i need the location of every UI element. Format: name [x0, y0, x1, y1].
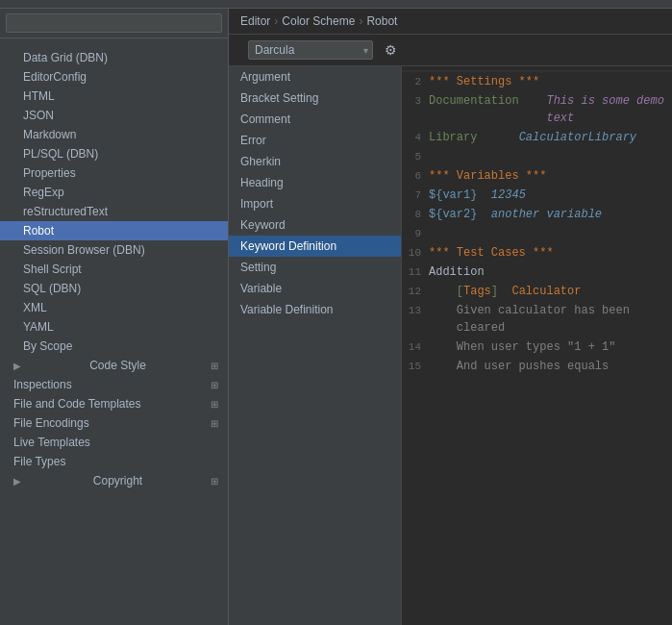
element-item-keyword-definition[interactable]: Keyword Definition: [229, 236, 401, 257]
code-var-val: another variable: [491, 206, 602, 223]
breadcrumb-color-scheme: Color Scheme: [282, 14, 355, 28]
sidebar-item-sql-dbn[interactable]: SQL (DBN): [0, 279, 228, 298]
element-item-argument[interactable]: Argument: [229, 66, 401, 88]
element-item-label: Heading: [240, 176, 284, 189]
line-num: 3: [402, 92, 429, 110]
code-tag-bracket2: ]: [491, 283, 498, 300]
line-num: 2: [402, 73, 429, 90]
sidebar-item-label: Session Browser (DBN): [23, 243, 145, 257]
code-line: 10 *** Test Cases ***: [402, 243, 672, 262]
sidebar-item-yaml[interactable]: YAML: [0, 317, 228, 337]
code-given: Given calculator has been cleared: [457, 302, 672, 337]
element-items-container: ArgumentBracket SettingCommentErrorGherk…: [229, 66, 401, 320]
element-item-label: Gherkin: [240, 155, 281, 168]
code-when: When user types "1 + 1": [457, 338, 616, 356]
scheme-select[interactable]: Darcula Default High Contrast: [248, 40, 373, 60]
sidebar-item-properties[interactable]: Properties: [0, 163, 228, 183]
sidebar-item-label: XML: [23, 301, 47, 314]
element-item-bracket-setting[interactable]: Bracket Setting: [229, 88, 401, 109]
sidebar-item-restructuredtext[interactable]: reStructuredText: [0, 202, 228, 221]
element-item-label: Setting: [240, 261, 276, 274]
element-item-import[interactable]: Import: [229, 193, 401, 214]
sidebar-item-file-encodings[interactable]: File Encodings⊞: [0, 413, 228, 433]
badge-icon: ⊞: [211, 399, 218, 410]
element-item-comment[interactable]: Comment: [229, 109, 401, 130]
sidebar-item-data-grid[interactable]: Data Grid (DBN): [0, 48, 228, 67]
element-item-label: Keyword: [240, 218, 286, 232]
sidebar-item-editorconfig[interactable]: EditorConfig: [0, 67, 228, 87]
element-item-keyword[interactable]: Keyword: [229, 214, 401, 236]
code-line: 15 And user pushes equals: [402, 357, 672, 376]
sidebar-item-markdown[interactable]: Markdown: [0, 125, 228, 144]
line-num: 11: [402, 263, 429, 281]
code-text: *** Settings ***: [429, 73, 539, 90]
sidebar-item-label: Code Style: [89, 359, 146, 372]
code-line: 14 When user types "1 + 1": [402, 338, 672, 357]
sidebar-item-label: Inspections: [13, 378, 72, 391]
element-item-label: Variable Definition: [240, 303, 334, 316]
arrow-icon: ▶: [13, 476, 21, 487]
sidebar-item-plsql[interactable]: PL/SQL (DBN): [0, 144, 228, 163]
sidebar-item-regexp[interactable]: RegExp: [0, 183, 228, 202]
content-area: ArgumentBracket SettingCommentErrorGherk…: [229, 66, 672, 625]
line-num: 14: [402, 338, 429, 356]
scheme-dropdown-wrapper: Darcula Default High Contrast: [248, 40, 373, 60]
code-var-val: 12345: [491, 187, 526, 204]
sidebar-item-label: File Types: [13, 455, 65, 468]
line-num: 8: [402, 206, 429, 223]
code-line: 3 Documentation This is some demo text: [402, 91, 672, 128]
sidebar-item-session-browser[interactable]: Session Browser (DBN): [0, 240, 228, 260]
element-item-variable-definition[interactable]: Variable Definition: [229, 299, 401, 320]
element-item-variable[interactable]: Variable: [229, 278, 401, 299]
sidebar-item-by-scope[interactable]: By Scope: [0, 337, 228, 356]
element-item-label: Error: [240, 134, 266, 147]
sidebar-items-container: Data Grid (DBN)EditorConfigHTMLJSONMarkd…: [0, 48, 228, 490]
sidebar-item-label: YAML: [23, 320, 54, 334]
line-num: 9: [402, 225, 429, 242]
gear-button[interactable]: ⚙: [381, 40, 401, 60]
line-num: 5: [402, 148, 429, 165]
code-tag-value: Calculator: [511, 283, 581, 300]
code-line: 6 *** Variables ***: [402, 166, 672, 186]
sidebar-item-file-types[interactable]: File Types: [0, 452, 228, 471]
sidebar-item-shell-script[interactable]: Shell Script: [0, 260, 228, 279]
code-line: 4 Library CalculatorLibrary: [402, 128, 672, 147]
sidebar-item-inspections[interactable]: Inspections⊞: [0, 375, 228, 394]
sidebar-item-json[interactable]: JSON: [0, 106, 228, 125]
sidebar-item-code-style[interactable]: ▶Code Style⊞: [0, 356, 228, 375]
sidebar-item-label: Properties: [23, 166, 76, 180]
sidebar-item-label: Markdown: [23, 128, 76, 141]
sidebar-item-label: Data Grid (DBN): [23, 51, 108, 64]
element-item-setting[interactable]: Setting: [229, 257, 401, 278]
sidebar-content: Data Grid (DBN)EditorConfigHTMLJSONMarkd…: [0, 38, 228, 625]
sidebar-item-label: Live Templates: [13, 436, 90, 449]
sidebar-item-robot[interactable]: Robot: [0, 221, 228, 240]
line-num: 12: [402, 283, 429, 300]
sidebar-item-live-templates[interactable]: Live Templates: [0, 433, 228, 452]
element-item-error[interactable]: Error: [229, 130, 401, 151]
code-preview: 2 *** Settings *** 3 Documentation This …: [402, 66, 672, 625]
element-item-gherkin[interactable]: Gherkin: [229, 151, 401, 172]
element-item-heading[interactable]: Heading: [229, 172, 401, 193]
badge-icon: ⊞: [211, 418, 218, 429]
line-num: 6: [402, 167, 429, 185]
sidebar-item-copyright[interactable]: ▶Copyright⊞: [0, 471, 228, 490]
sidebar-item-html[interactable]: HTML: [0, 87, 228, 106]
code-line: 5: [402, 147, 672, 166]
code-tag-bracket: [: [457, 283, 463, 300]
code-text: Documentation: [429, 92, 519, 110]
sidebar-item-label: Copyright: [93, 474, 142, 488]
element-item-label: Comment: [240, 112, 290, 126]
code-var: ${var1}: [429, 187, 477, 204]
sidebar-item-label: File and Code Templates: [13, 397, 141, 411]
sidebar-item-label: JSON: [23, 109, 54, 122]
sidebar-item-file-code-templates[interactable]: File and Code Templates⊞: [0, 394, 228, 413]
sidebar-item-label: reStructuredText: [23, 205, 108, 218]
breadcrumb-editor: Editor: [240, 14, 270, 28]
arrow-icon: ▶: [13, 361, 21, 371]
sidebar-item-label: HTML: [23, 89, 55, 103]
search-input[interactable]: [6, 13, 222, 33]
sidebar-item-label: Shell Script: [23, 262, 82, 276]
sidebar-item-xml[interactable]: XML: [0, 298, 228, 317]
search-box: [0, 9, 228, 38]
